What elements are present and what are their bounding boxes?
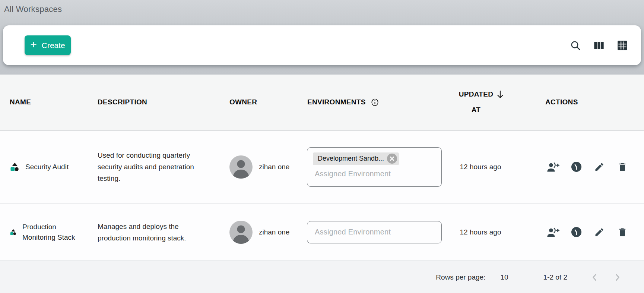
owner-name: zihan one — [259, 163, 289, 171]
sort-desc-arrow-icon — [496, 90, 505, 100]
table-row: Production Monitoring Stack Manages and … — [0, 204, 644, 261]
toolbar-icons — [569, 39, 629, 52]
view-columns-icon[interactable] — [593, 39, 605, 52]
workspace-description: Manages and deploys the production monit… — [98, 221, 199, 244]
assigned-environment-select[interactable]: Assigned Environment — [307, 221, 442, 243]
workspace-name: Security Audit — [25, 162, 69, 172]
table-header-row: NAME DESCRIPTION OWNER ENVIRONMENTS — [0, 75, 644, 130]
workspace-shapes-icon — [10, 162, 20, 172]
rows-per-page-label: Rows per page: — [436, 273, 485, 281]
column-header-name[interactable]: NAME — [0, 75, 88, 130]
assigned-environment-select[interactable]: Development Sandb... Assigned Environmen… — [307, 147, 442, 187]
search-icon[interactable] — [569, 39, 582, 52]
avatar — [229, 155, 253, 179]
rows-per-page-select[interactable]: 10 — [500, 273, 518, 281]
toolbar-card: + Create — [3, 25, 641, 65]
column-header-owner[interactable]: OWNER — [223, 75, 298, 130]
delete-trash-icon[interactable] — [611, 162, 634, 172]
rows-per-page-value: 10 — [500, 273, 508, 281]
avatar — [229, 221, 253, 244]
environment-placeholder: Assigned Environment — [313, 170, 436, 178]
workspace-description: Used for conducting quarterly security a… — [98, 149, 199, 184]
create-button-label: Create — [42, 41, 65, 50]
workspace-shapes-icon — [10, 229, 17, 236]
create-button[interactable]: + Create — [25, 35, 71, 55]
plus-icon: + — [30, 39, 37, 50]
environment-placeholder: Assigned Environment — [313, 228, 391, 236]
updated-at-value: 12 hours ago — [460, 163, 501, 171]
history-clock-icon[interactable] — [565, 226, 588, 238]
column-header-actions[interactable]: ACTIONS — [518, 75, 644, 130]
grid-icon[interactable] — [616, 39, 629, 52]
edit-pencil-icon[interactable] — [588, 227, 611, 237]
delete-trash-icon[interactable] — [611, 227, 634, 237]
history-clock-icon[interactable] — [565, 161, 588, 173]
column-header-updated-at[interactable]: UPDATED AT — [443, 75, 518, 130]
pagination-range: 1-2 of 2 — [543, 273, 567, 281]
owner-name: zihan one — [259, 228, 289, 236]
chip-remove-icon[interactable] — [387, 154, 397, 164]
add-user-icon[interactable] — [542, 161, 565, 173]
info-icon[interactable] — [371, 98, 379, 107]
next-page-icon[interactable] — [612, 272, 623, 283]
table-row: Security Audit Used for conducting quart… — [0, 130, 644, 204]
page-title: All Workspaces — [4, 4, 62, 14]
updated-at-value: 12 hours ago — [460, 228, 501, 236]
workspaces-table: NAME DESCRIPTION OWNER ENVIRONMENTS — [0, 75, 644, 293]
workspace-name: Production Monitoring Stack — [22, 222, 79, 243]
edit-pencil-icon[interactable] — [588, 162, 611, 172]
table-pagination: Rows per page: 10 1-2 of 2 — [0, 261, 644, 293]
column-header-description[interactable]: DESCRIPTION — [88, 75, 223, 130]
column-header-environments[interactable]: ENVIRONMENTS — [298, 75, 443, 130]
environment-chip[interactable]: Development Sandb... — [313, 152, 399, 165]
previous-page-icon[interactable] — [589, 272, 600, 283]
add-user-icon[interactable] — [542, 227, 565, 238]
